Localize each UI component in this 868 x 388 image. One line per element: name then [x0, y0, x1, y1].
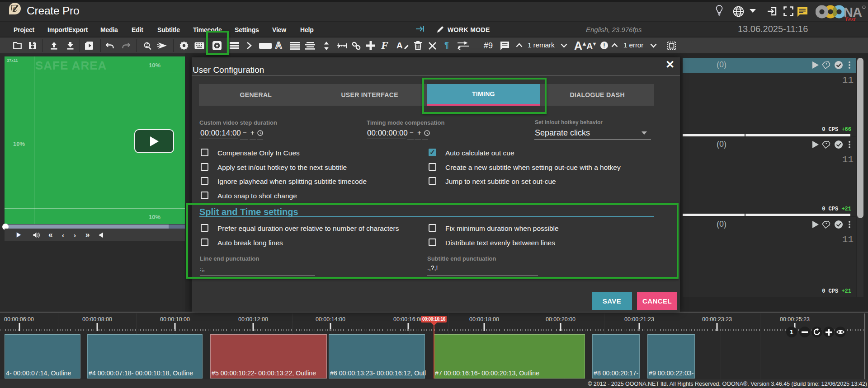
svg-text:Test: Test	[844, 15, 856, 22]
